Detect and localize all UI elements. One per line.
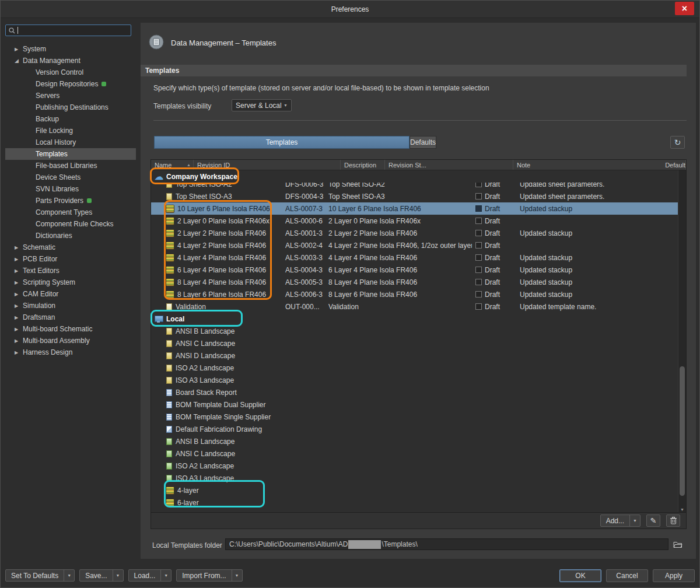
sidebar-item[interactable]: File Locking (5, 125, 136, 136)
default-cell[interactable] (645, 447, 679, 460)
sidebar-item[interactable]: Scripting System (5, 276, 136, 288)
tree-expand-icon[interactable] (15, 327, 23, 332)
default-cell[interactable] (645, 349, 679, 362)
template-row[interactable]: ISO A2 Landscape (151, 362, 679, 374)
template-row[interactable]: 8 Layer 4 Plane Isola FR406 ALS-0005-3 8… (151, 276, 679, 288)
template-row[interactable]: Validation OUT-000... Validation Draft U… (151, 300, 679, 313)
template-row[interactable]: BOM Template Dual Supplier (151, 398, 679, 411)
default-cell[interactable] (645, 170, 679, 183)
sidebar-item[interactable]: Data Management (5, 55, 136, 66)
tree-expand-icon[interactable] (15, 338, 23, 344)
template-row[interactable]: ISO A2 Landscape (151, 460, 679, 472)
sidebar-item[interactable]: Draftsman (5, 312, 136, 323)
sidebar-item[interactable]: Text Editors (5, 265, 136, 276)
sidebar-item[interactable]: Servers (5, 90, 136, 102)
template-row[interactable]: 4 Layer 2 Plane Isola FR406 ALS-0002-4 4… (151, 239, 679, 251)
revision-status-checkbox[interactable] (475, 230, 482, 236)
template-row[interactable]: 8 Layer 6 Plane Isola FR406 ALS-0006-3 8… (151, 288, 679, 300)
sidebar-item[interactable]: Multi-board Schematic (5, 323, 136, 335)
sidebar-item[interactable]: Parts Providers (5, 195, 136, 206)
delete-button[interactable] (666, 514, 680, 527)
tree-expand-icon[interactable] (15, 47, 23, 52)
add-button[interactable]: Add... ▼ (600, 514, 640, 527)
footer-split-button[interactable]: Save... ▼ (79, 569, 123, 582)
sidebar-item[interactable]: Backup (5, 113, 136, 125)
sidebar-search[interactable] (5, 24, 131, 36)
template-row[interactable]: ANSI B Landscape (151, 435, 679, 447)
default-cell[interactable] (645, 227, 679, 239)
template-row[interactable]: Top Sheet ISO-A3 DFS-0004-3 Top Sheet IS… (151, 190, 679, 202)
revision-status-checkbox[interactable] (475, 254, 482, 261)
template-row[interactable]: ANSI C Landscape (151, 337, 679, 349)
sidebar-item[interactable]: Device Sheets (5, 172, 136, 183)
apply-button[interactable]: Apply (653, 569, 695, 582)
template-row[interactable]: Top Sheet ISO-A2 DFS-0006-3 Top Sheet IS… (151, 183, 679, 190)
footer-split-button[interactable]: Import From... ▼ (176, 569, 242, 582)
template-row[interactable]: ANSI B Landscape (151, 325, 679, 337)
column-header[interactable]: Revision ID (194, 160, 341, 170)
default-cell[interactable] (645, 313, 679, 325)
column-header[interactable]: Description (341, 160, 385, 170)
tree-expand-icon[interactable] (15, 245, 23, 250)
vertical-scrollbar[interactable]: ▼ (678, 170, 686, 512)
sidebar-item[interactable]: Simulation (5, 300, 136, 312)
tree-expand-icon[interactable] (15, 303, 23, 309)
revision-status-checkbox[interactable] (475, 279, 482, 285)
template-row[interactable]: 10 Layer 6 Plane Isola FR406 ALS-0007-3 … (151, 202, 679, 215)
default-cell[interactable] (645, 411, 679, 423)
default-cell[interactable] (645, 423, 679, 435)
sidebar-item[interactable]: Templates (5, 148, 136, 160)
default-cell[interactable] (645, 288, 679, 300)
default-cell[interactable] (645, 202, 679, 215)
sidebar-item[interactable]: SVN Libraries (5, 183, 136, 195)
default-cell[interactable] (645, 460, 679, 472)
template-row[interactable]: Default Fabrication Drawing (151, 423, 679, 435)
default-cell[interactable] (645, 300, 679, 313)
footer-split-button[interactable]: Set To Defaults ▼ (5, 569, 75, 582)
default-cell[interactable] (645, 325, 679, 337)
default-cell[interactable] (645, 276, 679, 288)
template-row[interactable]: 2 Layer 2 Plane Isola FR406 ALS-0001-3 2… (151, 227, 679, 239)
template-row[interactable]: ANSI D Landscape (151, 349, 679, 362)
templates-visibility-dropdown[interactable]: Server & Local ▼ (232, 99, 292, 111)
revision-status-checkbox[interactable] (475, 291, 482, 298)
default-cell[interactable] (645, 496, 679, 509)
tree-expand-icon[interactable] (15, 280, 23, 285)
tree-expand-icon[interactable] (15, 257, 23, 262)
template-row[interactable]: Company Workspace (151, 170, 679, 183)
sidebar-item[interactable]: System (5, 43, 136, 55)
default-cell[interactable] (645, 472, 679, 484)
default-cell[interactable] (645, 386, 679, 398)
tree-expand-icon[interactable] (15, 292, 23, 297)
template-row[interactable]: 4-layer (151, 484, 679, 496)
sidebar-item[interactable]: Local History (5, 136, 136, 148)
sidebar-item[interactable]: Multi-board Assembly (5, 335, 136, 346)
tab[interactable]: Templates (154, 136, 410, 149)
default-cell[interactable] (645, 362, 679, 374)
default-cell[interactable] (645, 264, 679, 276)
revision-status-checkbox[interactable] (475, 193, 482, 200)
tree-expand-icon[interactable] (15, 350, 23, 355)
default-cell[interactable] (645, 190, 679, 202)
template-row[interactable]: 6 Layer 4 Plane Isola FR406 ALS-0004-3 6… (151, 264, 679, 276)
default-cell[interactable] (645, 398, 679, 411)
default-cell[interactable] (645, 484, 679, 496)
ok-button[interactable]: OK (559, 569, 601, 582)
refresh-button[interactable]: ↻ (670, 136, 685, 149)
sidebar-item[interactable]: File-based Libraries (5, 160, 136, 172)
default-cell[interactable] (645, 215, 679, 227)
revision-status-checkbox[interactable] (475, 183, 482, 187)
default-cell[interactable] (645, 183, 679, 190)
revision-status-checkbox[interactable] (475, 205, 482, 212)
template-row[interactable]: BOM Template Single Supplier (151, 411, 679, 423)
search-input[interactable] (21, 26, 123, 34)
template-row[interactable]: 4 Layer 4 Plane Isola FR406 ALS-0003-3 4… (151, 251, 679, 264)
sidebar-item[interactable]: Component Rule Checks (5, 218, 136, 230)
sidebar-item[interactable]: PCB Editor (5, 253, 136, 265)
default-cell[interactable] (645, 337, 679, 349)
sidebar-item[interactable]: Design Repositories (5, 78, 136, 90)
scroll-down-icon[interactable]: ▼ (678, 508, 686, 512)
sidebar-item[interactable]: Component Types (5, 206, 136, 218)
sidebar-item[interactable]: Harness Design (5, 346, 136, 358)
template-row[interactable]: ANSI C Landscape (151, 447, 679, 460)
